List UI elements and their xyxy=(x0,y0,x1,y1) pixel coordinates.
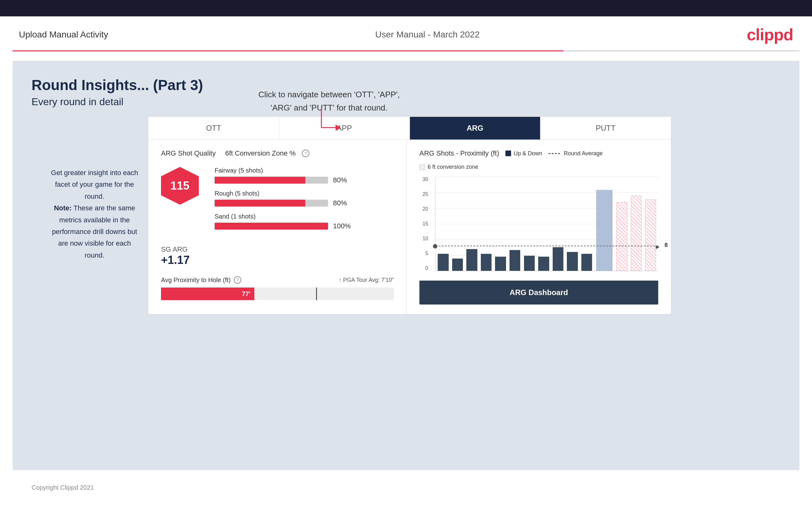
bar-3-fill xyxy=(466,249,477,271)
bar-highlight xyxy=(595,177,614,271)
bar-1-fill xyxy=(438,254,448,271)
legend-6ft-label: 6 ft conversion zone xyxy=(427,164,478,170)
bar-5-fill xyxy=(495,257,506,271)
bar-7-fill xyxy=(524,256,535,271)
metric-sand-label: Sand (1 shots) xyxy=(215,213,394,220)
bar-hatch-2 xyxy=(630,177,643,271)
bar-2-fill xyxy=(452,259,463,271)
metric-sand-fill xyxy=(215,223,328,230)
card-body: ARG Shot Quality 6ft Conversion Zone % ?… xyxy=(148,140,671,314)
bar-11-fill xyxy=(581,254,592,271)
sidebar-description: Get greater insight into each facet of y… xyxy=(49,167,140,261)
metric-fairway-track xyxy=(215,177,328,184)
metric-rough-bar-container: 80% xyxy=(215,199,394,207)
metric-rough-pct: 80% xyxy=(333,199,352,207)
proximity-cursor xyxy=(316,287,317,300)
bar-9 xyxy=(552,177,565,271)
bar-highlight-fill xyxy=(596,190,613,271)
proximity-header: Avg Proximity to Hole (ft) ? ↑ PGA Tour … xyxy=(161,276,394,284)
y-label-30: 30 xyxy=(422,177,428,182)
tab-bar: OTT APP ARG PUTT xyxy=(148,117,671,140)
y-label-0: 0 xyxy=(425,266,428,271)
y-label-5: 5 xyxy=(425,251,428,256)
y-label-15: 15 xyxy=(422,221,428,227)
metric-fairway-bar-container: 80% xyxy=(215,176,394,184)
right-panel-title: ARG Shots - Proximity (ft) xyxy=(419,149,499,158)
metric-sand: Sand (1 shots) 100% xyxy=(215,213,394,230)
bar-hatch-1 xyxy=(615,177,628,271)
copyright: Copyright Clippd 2021 xyxy=(32,484,94,491)
bar-10 xyxy=(566,177,579,271)
dashboard-card: OTT APP ARG PUTT ARG Shot Quality 6ft Co… xyxy=(148,116,671,314)
bar-10-fill xyxy=(567,252,577,271)
y-label-20: 20 xyxy=(422,206,428,212)
proximity-value: 77' xyxy=(242,290,251,297)
legend-up-down: Up & Down xyxy=(505,150,542,157)
arg-dashboard-button[interactable]: ARG Dashboard xyxy=(419,281,658,304)
bar-1 xyxy=(437,177,450,271)
logo: clippd xyxy=(747,25,793,44)
chart-container: 30 25 20 15 10 5 0 xyxy=(435,177,658,271)
hex-badge: 115 xyxy=(161,167,199,205)
bar-3 xyxy=(465,177,478,271)
section-subtitle: Every round in detail xyxy=(32,96,780,108)
metric-rough-fill xyxy=(215,200,305,207)
proximity-info-icon[interactable]: ? xyxy=(234,276,241,284)
bar-6 xyxy=(509,177,521,271)
header: Upload Manual Activity User Manual - Mar… xyxy=(0,16,812,50)
bar-7 xyxy=(523,177,536,271)
top-bar xyxy=(0,0,812,16)
bar-6-fill xyxy=(509,250,520,271)
metrics-list: Fairway (5 shots) 80% Rough (5 shots) xyxy=(215,167,394,236)
right-panel: ARG Shots - Proximity (ft) Up & Down Rou… xyxy=(407,140,671,314)
bar-hatch-3 xyxy=(644,177,657,271)
sg-section: SG ARG +1.17 xyxy=(161,245,394,267)
bar-hatch-1-fill xyxy=(616,202,627,271)
header-divider xyxy=(13,50,799,51)
bar-9-fill xyxy=(553,247,563,271)
tab-ott[interactable]: OTT xyxy=(148,117,279,139)
metric-sand-track xyxy=(215,223,328,230)
tab-arg[interactable]: ARG xyxy=(410,117,541,139)
metric-fairway: Fairway (5 shots) 80% xyxy=(215,167,394,184)
chart-area: ▶ 8 xyxy=(435,177,658,271)
bars-container xyxy=(437,177,657,271)
tab-app[interactable]: APP xyxy=(279,117,410,139)
dashed-avg-line: ▶ 8 xyxy=(436,246,658,246)
bar-2 xyxy=(451,177,464,271)
tab-putt[interactable]: PUTT xyxy=(541,117,671,139)
bar-hatch-2-fill xyxy=(631,195,642,271)
conversion-zone-label: 6ft Conversion Zone % xyxy=(225,149,296,158)
sg-value: +1.17 xyxy=(161,253,394,267)
dashed-line-value: 8 xyxy=(665,242,668,248)
proximity-pga: ↑ PGA Tour Avg: 7'10" xyxy=(339,277,394,283)
main-content: Round Insights... (Part 3) Every round i… xyxy=(13,61,799,470)
bar-11 xyxy=(580,177,593,271)
right-panel-header: ARG Shots - Proximity (ft) Up & Down Rou… xyxy=(419,149,658,170)
y-axis: 30 25 20 15 10 5 0 xyxy=(422,177,428,271)
bar-4-fill xyxy=(481,254,492,271)
svg-marker-2 xyxy=(336,124,340,131)
bar-8 xyxy=(537,177,550,271)
bar-4 xyxy=(480,177,493,271)
y-label-10: 10 xyxy=(422,236,428,241)
section-title: Round Insights... (Part 3) xyxy=(32,76,780,94)
metric-rough: Rough (5 shots) 80% xyxy=(215,190,394,207)
bar-5 xyxy=(494,177,507,271)
metric-rough-track xyxy=(215,200,328,207)
proximity-bar-fill: 77' xyxy=(161,287,254,300)
info-icon[interactable]: ? xyxy=(302,150,309,157)
annotation-arrow xyxy=(318,107,344,138)
sg-label: SG ARG xyxy=(161,245,394,253)
proximity-section: Avg Proximity to Hole (ft) ? ↑ PGA Tour … xyxy=(161,276,394,300)
badge-value: 115 xyxy=(170,179,189,192)
panel-header: ARG Shot Quality 6ft Conversion Zone % ? xyxy=(161,149,394,158)
metric-sand-bar-container: 100% xyxy=(215,222,394,230)
legend-hatch-icon xyxy=(419,164,425,170)
dashed-line-arrow: ▶ xyxy=(656,244,659,250)
left-panel: ARG Shot Quality 6ft Conversion Zone % ?… xyxy=(148,140,407,314)
metric-fairway-label: Fairway (5 shots) xyxy=(215,167,394,174)
y-label-25: 25 xyxy=(422,191,428,197)
bar-hatch-3-fill xyxy=(645,199,656,271)
legend-up-down-label: Up & Down xyxy=(514,150,542,157)
